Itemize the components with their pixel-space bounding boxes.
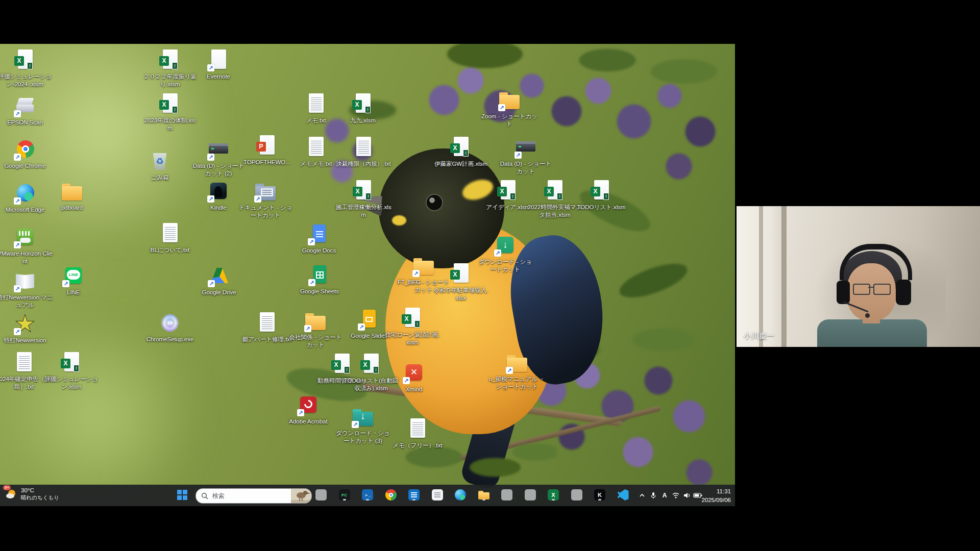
txt-icon (406, 417, 429, 441)
gdrive-icon: ↗ (207, 264, 231, 288)
desktop-icon-label: BLについて.txt (142, 246, 198, 254)
icon-zoom-shortcut[interactable]: ↗Zoom - ショートカット (481, 88, 537, 128)
tray-wifi-icon[interactable] (672, 491, 680, 499)
running-indicator (343, 499, 346, 500)
excelp-icon: X (449, 262, 473, 286)
window-frame-bar-2 (781, 206, 787, 347)
hdd-icon: ↗ (514, 136, 537, 159)
taskbar-app-powershell[interactable]: ＞_ (361, 488, 374, 502)
excel-icon: X! (401, 307, 424, 330)
desktop-icon-label: Adobe Acrobat (280, 418, 336, 425)
icon-epson-scan[interactable]: ↗EPSON Scan (0, 94, 53, 127)
icon-recycle-bin[interactable]: ♻ごみ箱 (132, 149, 188, 182)
desktop-icon-label: 九九.xlsm (335, 117, 391, 124)
icon-evernote[interactable]: ↗Evernote (190, 48, 247, 81)
taskbar-app-widgets[interactable] (314, 488, 328, 502)
icon-sekou-kanri-kado-bunseki-xlsm[interactable]: X!施工管理稼働分析.xlsm (335, 179, 391, 218)
taskbar-weather-widget[interactable]: 9+ 30°C 晴れのちくもり (5, 487, 59, 502)
taskbar-app-pinned-2[interactable] (524, 488, 537, 502)
windows-logo-icon (177, 489, 188, 500)
icon-data-d-shortcut[interactable]: ↗Data (D) - ショートカット (498, 136, 554, 175)
icon-download-shortcut-3[interactable]: ↓↗ダウンロード・ショートカット (3) (335, 405, 391, 444)
desktop-icon-label: 2023年度の体制.xlsm (142, 117, 198, 132)
star-icon: ↗ (13, 312, 37, 336)
desktop-icon-label: Google Drive (191, 289, 247, 296)
icon-chromesetup-exe[interactable]: ChromeSetup.exe (142, 311, 198, 343)
running-indicator (366, 499, 369, 500)
tray-battery-icon[interactable] (693, 491, 701, 499)
start-button[interactable] (176, 489, 189, 502)
desktop-icon-label: 伊藤家GW計画.xlsm (433, 160, 489, 168)
clock-time: 11:31 (701, 487, 731, 496)
taskbar-app-pycharm[interactable]: PC (338, 488, 351, 502)
icon-pdboard-folder[interactable]: pdboard (44, 180, 100, 212)
taskbar-app-chrome[interactable] (384, 488, 398, 502)
icon-todo-list-xlsm[interactable]: X!TODOリスト.xlsm (573, 179, 629, 211)
icon-bl-nitsuite-txt[interactable]: BLについて.txt (142, 222, 198, 254)
icon-hyoka-simulation-xlsm[interactable]: X!評価シミュレーション.xlsm (43, 351, 100, 390)
icon-kessai-kengen-naiki-txt[interactable]: 決裁権限（内規）.txt (335, 136, 391, 168)
taskbar-app-kindle[interactable]: K (593, 488, 606, 502)
xmind-icon: ✕↗ (402, 361, 426, 385)
icon-data-d-shortcut-2[interactable]: ↗Data (D) - ショートカット (2) (190, 138, 247, 177)
icon-hyoka-simulation-2024-xlsm[interactable]: X!評価シミュレーション-2024-.xlsm (0, 48, 53, 88)
icon-line[interactable]: LINE↗LINE (45, 264, 102, 296)
taskbar-clock[interactable]: 11:31 2025/09/06 (701, 487, 731, 504)
desktop-icon-label: Evernote (190, 73, 247, 81)
excel-icon: X! (449, 136, 473, 159)
search-input[interactable] (211, 492, 288, 500)
icon-2022-nendo-furikaeri-xlsm[interactable]: X!２０２２年度振り返り.xlsm (142, 48, 198, 88)
icon-kaisha-kankei-shortcut[interactable]: ↗会社関係 - ショートカット (287, 309, 344, 348)
icon-download-shortcut[interactable]: ↓↗ダウンロード - ショートカット (477, 234, 533, 273)
taskbar-app-notepad-blue[interactable] (407, 488, 421, 502)
desktop-icon-label: ドキュメント - ショートカット (237, 204, 293, 219)
tray-ime-mode[interactable]: A (660, 491, 669, 499)
clock-date: 2025/09/06 (701, 496, 731, 505)
tray-microphone-icon[interactable] (649, 491, 657, 499)
txt-icon (304, 92, 328, 116)
kindle-icon: ↗ (207, 180, 230, 203)
taskbar-app-vscode[interactable] (617, 488, 630, 502)
folder-icon: ↗ (304, 309, 327, 333)
icon-tokuuchi-newversion[interactable]: ↗特打Newversion (0, 312, 53, 344)
icon-xmind[interactable]: ✕↗Xmind (386, 361, 442, 393)
taskbar-app-notepad[interactable] (431, 488, 444, 502)
icon-google-drive[interactable]: ↗Google Drive (191, 264, 247, 296)
taskbar-app-pinned-1[interactable] (500, 488, 513, 502)
headphones-ear-cup-left (837, 281, 850, 304)
icon-kuku-xlsm[interactable]: X!九九.xlsm (335, 92, 391, 124)
icon-jutaku-loan-hensai-keikaku-xlsm[interactable]: X!住宅ローン返済計画.xlsm (384, 307, 440, 346)
icon-documents-shortcut[interactable]: ↗ドキュメント - ショートカット (237, 180, 293, 219)
webcam-video-tile[interactable]: 小川慶一 (737, 206, 980, 347)
taskbar-app-pinned-3[interactable] (570, 488, 583, 502)
icon-google-sheets[interactable]: ↗Google Sheets (291, 263, 348, 295)
icon-vmware-horizon-client[interactable]: ↗VMware Horizon Client (0, 226, 53, 265)
taskbar-app-edge[interactable] (454, 488, 467, 502)
icon-go-apart-shuri-txt[interactable]: 郷アパート修理.txt (239, 311, 295, 343)
icon-memo-free-txt[interactable]: メモ（フリー）.txt (389, 417, 446, 449)
epson-icon: ↗ (13, 94, 37, 118)
tray-volume-icon[interactable] (683, 491, 691, 499)
desktop-icon-label: ダウンロード - ショートカット (477, 258, 533, 273)
excel-icon: X! (543, 179, 567, 203)
desktop-icon-label: u_節税マニュアル ・ショートカット (489, 375, 545, 390)
taskbar-app-file-explorer[interactable] (477, 488, 491, 502)
icon-adobe-acrobat[interactable]: ↗Adobe Acrobat (280, 393, 336, 425)
desktop-icon-label: Google Sheets (291, 288, 348, 295)
icon-topoftheworld-ppt[interactable]: PTOPOFTHEWO... (239, 134, 295, 166)
desktop-icon-label: 評価シミュレーション.xlsm (43, 375, 100, 390)
tray-chevron-up-icon[interactable] (638, 491, 646, 499)
icon-google-docs[interactable]: ↗Google Docs (291, 222, 347, 255)
icon-itoke-gw-keikaku-xlsm[interactable]: X!伊藤家GW計画.xlsm (433, 136, 489, 168)
icon-google-chrome[interactable]: ↗Google Chrome (0, 138, 53, 170)
icon-u-setsuzei-manual-shortcut[interactable]: ↗u_節税マニュアル ・ショートカット (489, 351, 545, 390)
desktop-icon-label: Xmind (386, 386, 442, 393)
taskbar-app-excel[interactable]: X (547, 488, 560, 502)
shared-desktop: X!評価シミュレーション-2024-.xlsm↗EPSON Scan↗Googl… (0, 44, 735, 506)
desktop-icon-label: ダウンロード・ショートカット (3) (335, 430, 391, 444)
desktop-icon-label: メモ（フリー）.txt (389, 442, 446, 449)
taskbar-search-box[interactable] (195, 488, 312, 504)
excel-icon: X! (352, 179, 375, 203)
icon-2023-nendo-taisei-xlsm[interactable]: X!2023年度の体制.xlsm (142, 92, 198, 132)
running-indicator (482, 499, 485, 500)
